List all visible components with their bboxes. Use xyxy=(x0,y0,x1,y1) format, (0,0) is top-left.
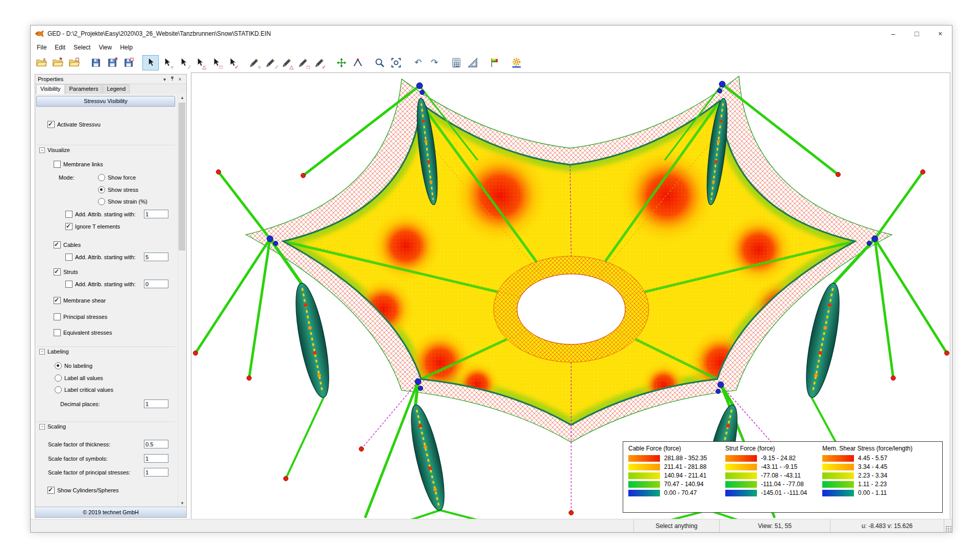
label-critical-values-radio[interactable]: Label critical values xyxy=(55,386,113,393)
draw-circle-button[interactable]: ○ xyxy=(246,55,262,70)
legend-range-label: -145.01 - -111.04 xyxy=(761,489,807,496)
no-labeling-radio[interactable]: No labeling xyxy=(55,362,92,369)
toolbar-group: # xyxy=(33,55,82,70)
equivalent-stresses-checkbox[interactable]: Equivalent stresses xyxy=(54,329,112,336)
angle-button[interactable] xyxy=(350,55,366,70)
membrane-attrib-input[interactable] xyxy=(144,210,168,218)
undo-button[interactable]: ↶ xyxy=(410,55,426,70)
radio-icon xyxy=(98,186,105,193)
undo-icon: ↶ xyxy=(414,58,422,67)
menu-file[interactable]: File xyxy=(33,43,51,52)
set-square-button[interactable] xyxy=(464,55,481,70)
collapse-icon[interactable]: − xyxy=(39,147,45,153)
color-scale-swatch xyxy=(822,455,854,462)
select-triangle-button[interactable]: △ xyxy=(191,55,208,70)
close-button[interactable]: × xyxy=(928,26,952,42)
radio-label: Show force xyxy=(108,174,136,181)
check-modifier-icon: ✓ xyxy=(322,65,326,70)
close-icon[interactable]: × xyxy=(176,77,184,82)
legend-title: Cable Force (force) xyxy=(628,445,720,452)
settings-button[interactable] xyxy=(508,55,525,70)
select-slash-button[interactable]: ∕ xyxy=(175,55,191,70)
cables-attrib-checkbox[interactable]: Add. Attrib. starting with: xyxy=(65,254,136,261)
color-scale-swatch xyxy=(628,490,660,496)
menu-edit[interactable]: Edit xyxy=(51,43,69,52)
legend-range-label: 0.00 - 1.11 xyxy=(858,489,887,496)
struts-attrib-checkbox[interactable]: Add. Attrib. starting with: xyxy=(65,281,136,288)
transform-button[interactable] xyxy=(333,55,350,70)
open-import-button[interactable] xyxy=(50,55,66,70)
drawing-canvas[interactable]: Cable Force (force)281.88 - 352.35211.41… xyxy=(191,72,950,520)
draw-check-button[interactable]: ✓ xyxy=(311,55,328,70)
section-visualize[interactable]: − Visualize xyxy=(39,146,70,154)
scale-thickness-input[interactable] xyxy=(144,440,168,448)
flag-button[interactable] xyxy=(486,55,503,70)
open-copy-icon xyxy=(68,57,80,68)
scroll-up-icon[interactable]: ▲ xyxy=(178,94,186,102)
calculator-button[interactable] xyxy=(448,55,464,70)
legend-row: 0.00 - 1.11 xyxy=(822,489,937,496)
mode-show-strain-radio[interactable]: Show strain (%) xyxy=(98,198,148,205)
cables-checkbox[interactable]: Cables xyxy=(54,241,81,248)
chevron-down-icon[interactable]: ▾ xyxy=(161,77,168,82)
section-label: Visualize xyxy=(47,147,70,153)
show-cylinders-checkbox[interactable]: Show Cylinders/Spheres xyxy=(47,487,118,494)
save-file-button[interactable]: # xyxy=(88,55,104,70)
scroll-down-icon[interactable]: ▼ xyxy=(178,499,186,507)
menu-help[interactable]: Help xyxy=(116,43,137,52)
tab-parameters[interactable]: Parameters xyxy=(65,84,103,94)
draw-square-button[interactable]: □ xyxy=(295,55,311,70)
save-copy-button[interactable] xyxy=(120,55,137,70)
membrane-attrib-checkbox[interactable]: Add. Attrib. starting with: xyxy=(65,211,136,218)
label-all-values-radio[interactable]: Label all values xyxy=(55,374,103,382)
redo-button[interactable]: ↷ xyxy=(426,55,443,70)
panel-title-bar: Properties ▾ × xyxy=(35,74,186,84)
save-import-button[interactable] xyxy=(104,55,120,70)
select-button[interactable] xyxy=(142,55,159,70)
scale-principal-input[interactable] xyxy=(144,468,168,477)
panel-scrollbar[interactable]: ▲ ▼ xyxy=(178,94,186,507)
mode-show-stress-radio[interactable]: Show stress xyxy=(98,186,138,193)
circle-modifier-icon: ○ xyxy=(258,65,261,70)
membrane-shear-checkbox[interactable]: Membrane shear xyxy=(54,297,106,304)
scrollbar-thumb[interactable] xyxy=(179,103,185,251)
open-file-button[interactable]: # xyxy=(33,55,50,70)
maximize-button[interactable]: □ xyxy=(905,26,928,42)
calculator-icon xyxy=(451,57,462,68)
zoom-window-button[interactable] xyxy=(388,55,404,70)
select-icon xyxy=(145,57,156,68)
square-modifier-icon: □ xyxy=(307,65,310,70)
svg-text:#: # xyxy=(98,58,100,62)
minimize-button[interactable]: – xyxy=(881,26,905,42)
decimal-places-input[interactable] xyxy=(144,399,168,408)
activate-stressvu-checkbox[interactable]: Activate Stressvu xyxy=(47,121,101,128)
select-circle-button[interactable]: ○ xyxy=(159,55,175,70)
zoom-button[interactable] xyxy=(372,55,388,70)
select-square-button[interactable]: □ xyxy=(208,55,224,70)
membrane-links-checkbox[interactable]: Membrane links xyxy=(54,161,103,168)
cables-attrib-input[interactable] xyxy=(144,253,168,261)
menu-view[interactable]: View xyxy=(94,43,116,52)
collapse-icon[interactable]: − xyxy=(39,349,45,355)
draw-slash-button[interactable]: ∕ xyxy=(262,55,279,70)
collapse-icon[interactable]: − xyxy=(39,424,45,430)
ignore-t-elements-checkbox[interactable]: Ignore T elements xyxy=(65,223,120,230)
tab-visibility[interactable]: Visibility xyxy=(36,84,65,94)
struts-checkbox[interactable]: Struts xyxy=(54,268,78,276)
resize-grip[interactable] xyxy=(944,519,952,532)
status-view: View: 51, 55 xyxy=(719,519,830,532)
scale-symbols-input[interactable] xyxy=(144,454,168,463)
struts-attrib-input[interactable] xyxy=(144,280,168,288)
principal-stresses-checkbox[interactable]: Principal stresses xyxy=(54,313,107,320)
checkbox-icon xyxy=(54,313,61,320)
menu-select[interactable]: Select xyxy=(69,43,94,52)
mode-show-force-radio[interactable]: Show force xyxy=(98,174,136,181)
tab-legend[interactable]: Legend xyxy=(103,84,130,94)
select-check-button[interactable]: ✓ xyxy=(224,55,240,70)
section-scaling[interactable]: − Scaling xyxy=(39,423,66,430)
section-labeling[interactable]: − Labeling xyxy=(39,348,69,355)
pin-icon[interactable] xyxy=(168,76,176,82)
open-copy-button[interactable] xyxy=(66,55,82,70)
draw-triangle-button[interactable]: △ xyxy=(279,55,295,70)
legend-range-label: 1.11 - 2.23 xyxy=(858,481,887,488)
